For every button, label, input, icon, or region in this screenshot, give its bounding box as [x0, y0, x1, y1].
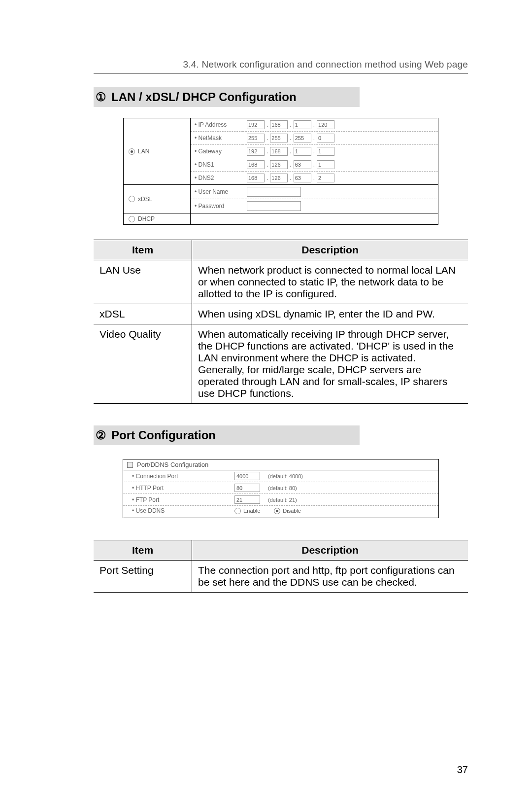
radio-xdsl[interactable]: xDSL: [129, 196, 185, 203]
gw-2[interactable]: [270, 147, 288, 156]
th-item: Item: [94, 240, 192, 260]
gw-3[interactable]: [294, 147, 311, 156]
table-row: LAN Use When network product is connecte…: [94, 260, 468, 304]
ftp-port-input[interactable]: [234, 495, 260, 504]
header-rule: [94, 73, 468, 73]
ftp-port-label: • FTP Port: [132, 496, 231, 503]
password-input[interactable]: [247, 201, 301, 211]
th-desc: Description: [192, 240, 468, 260]
port-description-table: Item Description Port Setting The connec…: [94, 540, 468, 593]
cell-desc: When using xDSL dynamic IP, enter the ID…: [192, 304, 468, 324]
section-2-num: ②: [96, 428, 106, 442]
radio-lan-label: LAN: [138, 148, 149, 155]
dns2-2[interactable]: [270, 174, 288, 182]
ddns-disable[interactable]: Disable: [274, 508, 301, 514]
nm-2[interactable]: [270, 134, 288, 142]
cell-desc: When automatically receiving IP through …: [192, 324, 468, 404]
http-port-input[interactable]: [234, 484, 260, 492]
cell-item: Port Setting: [94, 561, 192, 593]
cell-desc: When network product is connected to nor…: [192, 260, 468, 304]
nm-1[interactable]: [247, 134, 265, 142]
cell-item: LAN Use: [94, 260, 192, 304]
section-2-title: ②Port Configuration: [94, 425, 360, 445]
th-item: Item: [94, 540, 192, 561]
radio-xdsl-label: xDSL: [138, 196, 152, 203]
page-number: 37: [457, 764, 468, 775]
cell-item: xDSL: [94, 304, 192, 324]
port-config-screenshot: Port/DDNS Configuration • Connection Por…: [123, 459, 439, 518]
square-icon: [127, 462, 133, 468]
dns1-3[interactable]: [294, 160, 311, 169]
radio-icon: [274, 508, 280, 514]
dns1-1[interactable]: [247, 160, 265, 169]
radio-icon: [129, 196, 135, 202]
ddns-disable-label: Disable: [283, 508, 301, 514]
radio-icon: [129, 216, 135, 222]
th-desc: Description: [192, 540, 468, 561]
document-page: 3.4. Network configuration and connectio…: [0, 0, 532, 810]
ip-label: • IP Address: [191, 118, 243, 132]
ip-4[interactable]: [317, 120, 334, 129]
radio-icon: [129, 148, 135, 155]
username-input[interactable]: [247, 187, 301, 197]
http-port-label: • HTTP Port: [132, 485, 231, 492]
conn-port-label: • Connection Port: [132, 473, 231, 480]
nm-4[interactable]: [317, 134, 334, 142]
ddns-enable[interactable]: Enable: [234, 508, 260, 514]
netmask-label: • NetMask: [191, 132, 243, 145]
section-2-text: Port Configuration: [111, 428, 216, 442]
gateway-label: • Gateway: [191, 145, 243, 158]
page-header: 3.4. Network configuration and connectio…: [94, 59, 468, 70]
radio-lan[interactable]: LAN: [129, 148, 185, 155]
gw-1[interactable]: [247, 147, 265, 156]
dns2-3[interactable]: [294, 174, 311, 182]
radio-dhcp-label: DHCP: [138, 215, 155, 222]
dns1-4[interactable]: [317, 160, 334, 169]
username-label: • User Name: [191, 185, 243, 199]
table-row: Port Setting The connection port and htt…: [94, 561, 468, 593]
ip-1[interactable]: [247, 120, 265, 129]
conn-port-input[interactable]: [234, 472, 260, 480]
ddns-label: • Use DDNS: [132, 507, 231, 514]
panel-title: Port/DDNS Configuration: [137, 461, 208, 468]
ip-fields: ...: [243, 118, 438, 132]
dns2-4[interactable]: [317, 174, 334, 182]
conn-port-hint: (default: 4000): [268, 473, 303, 479]
ip-3[interactable]: [294, 120, 311, 129]
radio-icon: [234, 508, 241, 514]
password-label: • Password: [191, 199, 243, 213]
ip-2[interactable]: [270, 120, 288, 129]
dns2-label: • DNS2: [191, 172, 243, 185]
table-row: xDSL When using xDSL dynamic IP, enter t…: [94, 304, 468, 324]
lan-description-table: Item Description LAN Use When network pr…: [94, 240, 468, 404]
nm-3[interactable]: [294, 134, 311, 142]
radio-dhcp[interactable]: DHCP: [129, 215, 185, 222]
cell-item: Video Quality: [94, 324, 192, 404]
http-port-hint: (default: 80): [268, 485, 297, 491]
ddns-enable-label: Enable: [243, 508, 260, 514]
ftp-port-hint: (default: 21): [268, 497, 297, 503]
cell-desc: The connection port and http, ftp port c…: [192, 561, 468, 593]
panel-title-row: Port/DDNS Configuration: [123, 459, 438, 470]
section-1-num: ①: [96, 90, 106, 104]
gw-4[interactable]: [317, 147, 334, 156]
dns2-1[interactable]: [247, 174, 265, 182]
table-row: Video Quality When automatically receivi…: [94, 324, 468, 404]
dns1-label: • DNS1: [191, 158, 243, 172]
section-1-title: ①LAN / xDSL/ DHCP Configuration: [94, 87, 360, 107]
section-1-text: LAN / xDSL/ DHCP Configuration: [111, 90, 297, 104]
lan-config-screenshot: LAN • IP Address ... • NetMask ...: [123, 118, 438, 225]
dns1-2[interactable]: [270, 160, 288, 169]
